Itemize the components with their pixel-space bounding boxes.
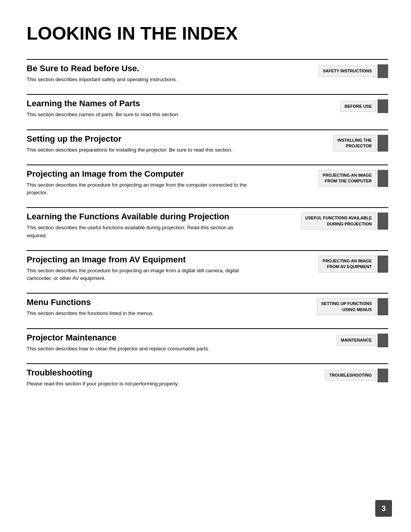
section-right-installing: INSTALLING THEPROJECTOR bbox=[278, 134, 388, 152]
section-right-maintenance: MAINTENANCE bbox=[278, 333, 388, 347]
tab-block-safety bbox=[378, 64, 388, 78]
section-useful-functions: Learning the Functions Available during … bbox=[27, 207, 388, 240]
tab-block-projecting-av bbox=[378, 256, 388, 273]
section-heading-menu-functions: Menu Functions bbox=[27, 297, 270, 307]
section-left-before-use: Learning the Names of PartsThis section … bbox=[27, 99, 278, 118]
section-description-useful-functions: This section describes the useful functi… bbox=[27, 224, 247, 240]
page-number: 3 bbox=[381, 504, 386, 513]
section-projecting-av: Projecting an Image from AV EquipmentThi… bbox=[27, 250, 388, 283]
section-troubleshooting: TroubleshootingPlease read this section … bbox=[27, 363, 388, 388]
section-right-useful-functions: USEFUL FUNCTIONS AVAILABLEDURING PROJECT… bbox=[278, 212, 388, 230]
section-description-troubleshooting: Please read this section if your project… bbox=[27, 380, 247, 388]
section-heading-projecting-computer: Projecting an Image from the Computer bbox=[27, 169, 270, 179]
section-heading-troubleshooting: Troubleshooting bbox=[27, 368, 270, 378]
section-description-projecting-computer: This section describes the procedure for… bbox=[27, 181, 247, 197]
page-number-block: 3 bbox=[375, 500, 392, 517]
section-left-safety: Be Sure to Read before Use.This section … bbox=[27, 64, 278, 83]
section-before-use: Learning the Names of PartsThis section … bbox=[27, 94, 388, 118]
section-installing: Setting up the ProjectorThis section des… bbox=[27, 129, 388, 154]
tab-label-menu-functions: SETTING UP FUNCTIONSUSING MENUS bbox=[317, 298, 376, 315]
sections-container: Be Sure to Read before Use.This section … bbox=[27, 59, 388, 388]
section-left-installing: Setting up the ProjectorThis section des… bbox=[27, 134, 278, 154]
section-description-before-use: This section describes names of parts. B… bbox=[27, 111, 247, 118]
section-heading-projecting-av: Projecting an Image from AV Equipment bbox=[27, 255, 270, 265]
section-left-projecting-av: Projecting an Image from AV EquipmentThi… bbox=[27, 255, 278, 283]
section-right-projecting-av: PROJECTING AN IMAGEFROM AV EQUIPMENT bbox=[278, 255, 388, 273]
tab-label-projecting-computer: PROJECTING AN IMAGEFROM THE COMPUTER bbox=[319, 170, 376, 187]
section-left-projecting-computer: Projecting an Image from the ComputerThi… bbox=[27, 169, 278, 197]
section-heading-safety: Be Sure to Read before Use. bbox=[27, 64, 270, 73]
section-heading-maintenance: Projector Maintenance bbox=[27, 333, 270, 343]
section-heading-before-use: Learning the Names of Parts bbox=[27, 99, 270, 109]
section-left-troubleshooting: TroubleshootingPlease read this section … bbox=[27, 368, 278, 388]
section-heading-useful-functions: Learning the Functions Available during … bbox=[27, 212, 270, 222]
section-maintenance: Projector MaintenanceThis section descri… bbox=[27, 328, 388, 353]
section-right-projecting-computer: PROJECTING AN IMAGEFROM THE COMPUTER bbox=[278, 169, 388, 187]
section-description-projecting-av: This section describes the procedure for… bbox=[27, 267, 247, 283]
tab-label-safety: SAFETY INSTRUCTIONS bbox=[319, 66, 376, 77]
tab-block-maintenance bbox=[378, 334, 388, 347]
section-description-installing: This section describes preparations for … bbox=[27, 146, 247, 154]
section-right-before-use: BEFORE USE bbox=[278, 99, 388, 113]
section-projecting-computer: Projecting an Image from the ComputerThi… bbox=[27, 165, 388, 197]
section-right-safety: SAFETY INSTRUCTIONS bbox=[278, 64, 388, 78]
page-title: LOOKING IN THE INDEX bbox=[27, 23, 388, 44]
tab-block-useful-functions bbox=[378, 212, 388, 230]
section-description-safety: This section describes important safety … bbox=[27, 76, 247, 83]
section-description-maintenance: This section describes how to clean the … bbox=[27, 345, 247, 353]
section-heading-installing: Setting up the Projector bbox=[27, 134, 270, 144]
tab-label-projecting-av: PROJECTING AN IMAGEFROM AV EQUIPMENT bbox=[319, 256, 376, 273]
section-right-menu-functions: SETTING UP FUNCTIONSUSING MENUS bbox=[278, 297, 388, 315]
tab-label-useful-functions: USEFUL FUNCTIONS AVAILABLEDURING PROJECT… bbox=[301, 212, 376, 230]
tab-label-troubleshooting: TROUBLESHOOTING bbox=[325, 370, 376, 381]
section-left-menu-functions: Menu FunctionsThis section describes the… bbox=[27, 297, 278, 317]
tab-block-projecting-computer bbox=[378, 170, 388, 187]
tab-label-maintenance: MAINTENANCE bbox=[337, 335, 376, 346]
section-menu-functions: Menu FunctionsThis section describes the… bbox=[27, 293, 388, 317]
section-description-menu-functions: This section describes the functions lis… bbox=[27, 310, 247, 317]
tab-label-installing: INSTALLING THEPROJECTOR bbox=[333, 135, 376, 152]
section-right-troubleshooting: TROUBLESHOOTING bbox=[278, 368, 388, 382]
tab-block-menu-functions bbox=[378, 298, 388, 315]
section-left-useful-functions: Learning the Functions Available during … bbox=[27, 212, 278, 240]
tab-block-before-use bbox=[378, 99, 388, 113]
section-safety: Be Sure to Read before Use.This section … bbox=[27, 59, 388, 83]
section-left-maintenance: Projector MaintenanceThis section descri… bbox=[27, 333, 278, 353]
tab-label-before-use: BEFORE USE bbox=[340, 101, 376, 112]
tab-block-installing bbox=[378, 135, 388, 152]
tab-block-troubleshooting bbox=[378, 369, 388, 382]
page-content: LOOKING IN THE INDEX Be Sure to Read bef… bbox=[0, 0, 411, 421]
